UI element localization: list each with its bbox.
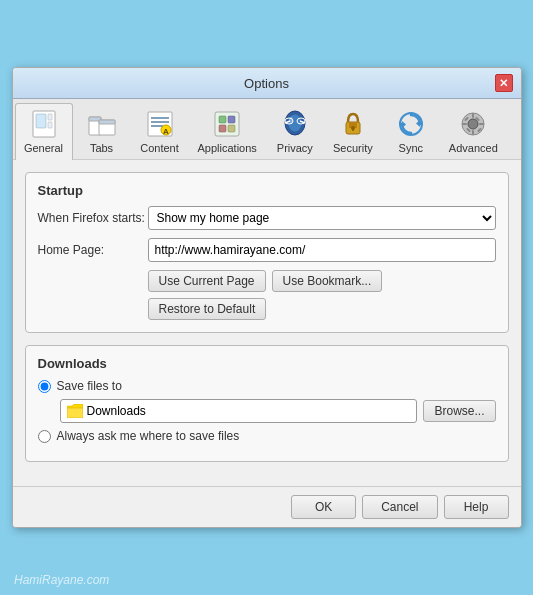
tab-applications[interactable]: Applications: [189, 103, 266, 160]
svg-rect-18: [228, 125, 235, 132]
toolbar: General Tabs: [13, 99, 521, 160]
always-ask-radio[interactable]: [38, 430, 51, 443]
tab-security[interactable]: Security: [324, 103, 382, 160]
footer: OK Cancel Help: [13, 486, 521, 527]
tab-general-label: General: [24, 142, 63, 154]
svg-rect-1: [36, 114, 46, 128]
tab-advanced[interactable]: Advanced: [440, 103, 507, 160]
use-current-page-button[interactable]: Use Current Page: [148, 270, 266, 292]
svg-rect-16: [228, 116, 235, 123]
svg-point-34: [468, 119, 478, 129]
close-button[interactable]: ✕: [495, 74, 513, 92]
downloads-folder-row: Downloads Browse...: [60, 399, 496, 423]
startup-when-row: When Firefox starts: Show my home page: [38, 206, 496, 230]
general-icon: [28, 108, 60, 140]
svg-rect-7: [99, 120, 115, 124]
svg-rect-14: [215, 112, 239, 136]
restore-default-button[interactable]: Restore to Default: [148, 298, 267, 320]
startup-title: Startup: [38, 183, 496, 198]
tab-applications-label: Applications: [198, 142, 257, 154]
use-bookmark-button[interactable]: Use Bookmark...: [272, 270, 383, 292]
save-files-row: Save files to: [38, 379, 496, 393]
downloads-section: Downloads Save files to Downloads: [25, 345, 509, 462]
svg-rect-15: [219, 116, 226, 123]
advanced-icon: [457, 108, 489, 140]
always-ask-label: Always ask me where to save files: [57, 429, 240, 443]
svg-rect-3: [48, 122, 52, 128]
downloads-folder-field: Downloads: [60, 399, 418, 423]
tab-tabs-label: Tabs: [90, 142, 113, 154]
window-title: Options: [39, 76, 495, 91]
tab-privacy[interactable]: Privacy: [266, 103, 324, 160]
tab-content-label: Content: [140, 142, 179, 154]
when-label: When Firefox starts:: [38, 211, 148, 225]
content-area: Startup When Firefox starts: Show my hom…: [13, 160, 521, 486]
tab-content[interactable]: A Content: [131, 103, 189, 160]
startup-section: Startup When Firefox starts: Show my hom…: [25, 172, 509, 333]
sync-icon: [395, 108, 427, 140]
save-files-radio[interactable]: [38, 380, 51, 393]
tab-tabs[interactable]: Tabs: [73, 103, 131, 160]
tab-privacy-label: Privacy: [277, 142, 313, 154]
startup-when-select[interactable]: Show my home page: [148, 206, 496, 230]
options-window: Options ✕ General: [12, 67, 522, 528]
downloads-title: Downloads: [38, 356, 496, 371]
homepage-row: Home Page:: [38, 238, 496, 262]
svg-rect-35: [472, 113, 474, 118]
cancel-button[interactable]: Cancel: [362, 495, 437, 519]
ok-button[interactable]: OK: [291, 495, 356, 519]
homepage-input[interactable]: [148, 238, 496, 262]
svg-marker-31: [416, 120, 420, 127]
title-bar: Options ✕: [13, 68, 521, 99]
svg-rect-37: [462, 123, 467, 125]
watermark: HamiRayane.com: [14, 573, 109, 587]
security-icon: [337, 108, 369, 140]
tab-sync[interactable]: Sync: [382, 103, 440, 160]
svg-rect-29: [352, 128, 354, 131]
startup-buttons: Use Current Page Use Bookmark... Restore…: [148, 270, 496, 320]
folder-icon: [67, 404, 83, 418]
homepage-label: Home Page:: [38, 243, 148, 257]
tab-sync-label: Sync: [399, 142, 423, 154]
content-icon: A: [144, 108, 176, 140]
tab-general[interactable]: General: [15, 103, 73, 160]
privacy-icon: [279, 108, 311, 140]
downloads-folder-name: Downloads: [87, 404, 146, 418]
tab-security-label: Security: [333, 142, 373, 154]
always-ask-row: Always ask me where to save files: [38, 429, 496, 443]
svg-text:A: A: [163, 127, 169, 136]
tab-advanced-label: Advanced: [449, 142, 498, 154]
svg-rect-2: [48, 114, 52, 120]
tabs-icon: [86, 108, 118, 140]
svg-rect-36: [472, 130, 474, 135]
applications-icon: [211, 108, 243, 140]
svg-point-20: [288, 114, 302, 132]
save-files-label: Save files to: [57, 379, 122, 393]
svg-marker-32: [402, 121, 406, 128]
svg-rect-38: [479, 123, 484, 125]
help-button[interactable]: Help: [444, 495, 509, 519]
svg-rect-17: [219, 125, 226, 132]
browse-button[interactable]: Browse...: [423, 400, 495, 422]
